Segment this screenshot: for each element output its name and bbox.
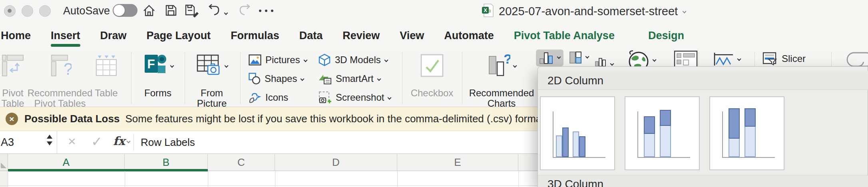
bar-chart-icon — [569, 51, 583, 64]
3d-models-label: 3D Models — [335, 54, 381, 66]
recommended-pivot-tables-label: Recommended Pivot Tables — [28, 88, 93, 109]
group-separator — [240, 52, 241, 104]
recommended-pivot-tables-button: ? Recommended Pivot Tables — [30, 49, 90, 109]
smartart-button[interactable]: SmartArt — [318, 70, 380, 88]
cancel-entry-icon: × — [68, 133, 76, 149]
excel-doc-icon: a X — [482, 4, 494, 19]
insert-hierarchy-chart-button[interactable] — [595, 57, 613, 67]
column-header-d[interactable]: D — [275, 154, 397, 171]
row-header-sliver[interactable] — [0, 171, 8, 187]
slicer-button[interactable]: Slicer — [762, 52, 806, 66]
screenshot-label: Screenshot — [336, 92, 384, 103]
undo-menu-chevron-icon[interactable] — [225, 9, 227, 16]
screenshot-button[interactable]: Screenshot — [318, 88, 391, 107]
3d-models-icon — [318, 54, 331, 66]
group-separator — [462, 52, 462, 104]
column-header-b[interactable]: B — [125, 154, 208, 171]
tab-draw[interactable]: Draw — [100, 30, 127, 42]
gridline — [397, 171, 398, 187]
pivot-table-icon — [1, 49, 24, 82]
bar-chart-chevron-icon — [585, 55, 589, 59]
screenshot-icon — [318, 91, 332, 104]
tab-insert[interactable]: Insert — [51, 30, 80, 42]
window-close-button[interactable] — [4, 5, 16, 17]
forms-button[interactable]: F Forms — [136, 49, 180, 98]
tab-data[interactable]: Data — [299, 30, 323, 42]
icons-label: Icons — [265, 92, 288, 103]
recommended-pivot-tables-icon: ? — [48, 49, 72, 82]
column-header-a[interactable]: A — [8, 154, 125, 171]
more-commands-icon[interactable] — [259, 10, 273, 12]
table-label: Table — [95, 88, 117, 98]
checkbox-label: Checkbox — [411, 88, 454, 98]
forms-label: Forms — [144, 88, 171, 98]
hierarchy-chart-chevron-icon — [610, 62, 614, 66]
column-chart-icon — [539, 52, 554, 64]
home-icon[interactable] — [142, 4, 156, 19]
sparkline-button[interactable] — [711, 51, 741, 67]
gridline — [518, 171, 519, 187]
insert-bar-chart-button[interactable] — [569, 51, 589, 64]
svg-text:?: ? — [64, 60, 72, 77]
group-separator — [131, 52, 131, 104]
fx-chevron-icon — [127, 139, 131, 143]
table-button: Table — [94, 49, 118, 98]
tab-automate[interactable]: Automate — [444, 30, 494, 42]
axis — [553, 111, 553, 158]
tab-formulas[interactable]: Formulas — [231, 30, 279, 42]
undo-icon[interactable] — [207, 4, 221, 18]
from-picture-button[interactable]: From Picture — [189, 49, 234, 109]
window-minimize-button[interactable] — [22, 5, 33, 17]
tab-page-layout[interactable]: Page Layout — [147, 30, 211, 42]
formula-input[interactable]: Row Labels — [141, 136, 195, 149]
autosave-toggle[interactable] — [113, 4, 137, 17]
name-box-stepper[interactable] — [47, 135, 52, 145]
shapes-icon — [249, 73, 261, 85]
gridline — [208, 171, 208, 187]
pivot-table-button: Pivot Table — [0, 49, 27, 109]
window-zoom-button[interactable] — [39, 5, 51, 17]
sparkline-chevron-icon — [737, 57, 741, 61]
column-header-e[interactable]: E — [397, 154, 518, 171]
svg-text:F: F — [147, 57, 155, 71]
axis — [722, 111, 723, 158]
forms-icon: F — [143, 49, 173, 82]
stepper-down-icon[interactable] — [47, 141, 52, 145]
group-separator — [402, 52, 402, 104]
warning-title: Possible Data Loss — [24, 113, 119, 125]
confirm-entry-icon: ✓ — [91, 133, 103, 149]
ribbon-tab-bar: Home Insert Draw Page Layout Formulas Da… — [0, 22, 868, 49]
stacked-100-column-option[interactable] — [709, 96, 784, 170]
3d-models-button[interactable]: 3D Models — [318, 51, 388, 69]
insert-column-chart-button[interactable] — [536, 50, 563, 66]
shapes-button[interactable]: Shapes — [249, 70, 304, 88]
section-2d-column: 2D Column — [538, 71, 868, 90]
selection-underline — [8, 169, 208, 171]
document-title[interactable]: a X 2025-07-avon-and-somerset-street — [482, 4, 686, 19]
autosave-label: AutoSave — [63, 5, 110, 17]
tab-view[interactable]: View — [400, 30, 424, 42]
icons-button[interactable]: Icons — [249, 88, 288, 107]
stepper-up-icon[interactable] — [47, 135, 52, 139]
recommended-charts-button[interactable]: ? Recommended Charts — [471, 49, 532, 109]
clustered-column-option[interactable] — [540, 96, 615, 170]
save-icon[interactable] — [165, 4, 177, 18]
pivot-table-label: Pivot Table — [0, 88, 27, 109]
column-chart-chevron-icon — [557, 55, 561, 59]
save-as-icon[interactable] — [185, 4, 200, 19]
map-chart-chevron-icon — [653, 58, 657, 62]
tab-pivot-table-analyse[interactable]: Pivot Table Analyse — [514, 30, 615, 42]
name-box-value: A3 — [1, 136, 14, 149]
select-all-corner[interactable] — [0, 154, 8, 171]
pictures-button[interactable]: Pictures — [249, 51, 307, 69]
sparkline-icon — [711, 51, 735, 67]
slicer-icon — [762, 52, 778, 66]
title-bar: AutoSave a X 2025-07-a — [0, 0, 868, 22]
insert-function-button[interactable]: fx — [113, 134, 125, 148]
tab-design[interactable]: Design — [648, 30, 684, 42]
tab-home[interactable]: Home — [1, 30, 31, 42]
axis — [637, 111, 638, 158]
stacked-column-option[interactable] — [625, 96, 700, 170]
tab-review[interactable]: Review — [342, 30, 380, 42]
column-header-c[interactable]: C — [208, 154, 275, 171]
